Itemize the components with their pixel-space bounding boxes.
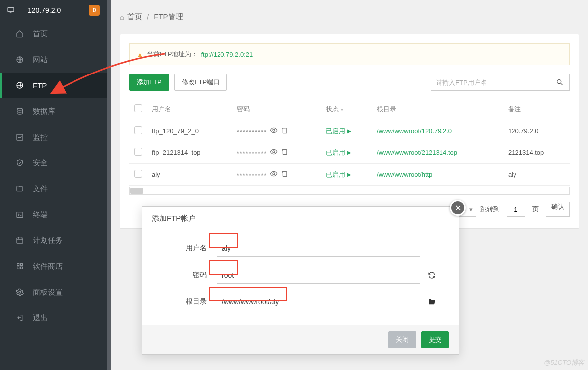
sidebar-item-label: 数据库 <box>33 107 55 116</box>
modal-title: 添加FTP帐户 <box>142 207 459 230</box>
monitor-icon <box>7 6 15 14</box>
root-dir-link[interactable]: /www/wwwroot/http <box>377 171 432 178</box>
page-go-button[interactable]: 确认 <box>546 202 570 217</box>
cell-user: aly <box>147 164 232 186</box>
sort-icon: ▾ <box>341 107 343 112</box>
svg-rect-5 <box>17 212 23 218</box>
modify-port-button[interactable]: 修改FTP端口 <box>174 74 227 91</box>
sidebar-item-terminal[interactable]: 终端 <box>0 202 107 227</box>
home-icon: ⌂ <box>120 13 124 21</box>
password-input[interactable] <box>217 267 420 284</box>
sidebar-item-files[interactable]: 文件 <box>0 176 107 202</box>
cell-user: ftp_2121314_top <box>147 142 232 164</box>
toolbar: 添加FTP 修改FTP端口 <box>129 74 570 91</box>
col-remark: 备注 <box>503 98 570 120</box>
svg-rect-8 <box>20 264 22 266</box>
database-icon <box>16 107 24 115</box>
cell-remark: aly <box>503 164 570 186</box>
rootdir-input[interactable] <box>217 294 420 310</box>
breadcrumb-home[interactable]: 首页 <box>127 12 142 22</box>
table-row: aly**********已启用▶/www/wwwroot/httpaly <box>129 164 570 186</box>
modal-close-btn[interactable]: 关闭 <box>388 331 416 348</box>
rootdir-label: 根目录 <box>162 297 207 306</box>
sidebar-item-label: 退出 <box>33 313 48 323</box>
sidebar-item-label: 计划任务 <box>33 236 63 245</box>
ftp-table: 用户名 密码 状态▾ 根目录 备注 ftp_120_79_2_0********… <box>129 98 570 186</box>
sidebar-item-label: 网站 <box>33 55 48 65</box>
add-ftp-modal: ✕ 添加FTP帐户 用户名 密码 根目录 关闭 提交 <box>142 206 459 355</box>
sidebar-item-security[interactable]: 安全 <box>0 150 107 176</box>
ftp-address-link[interactable]: ftp://120.79.2.0:21 <box>201 51 253 58</box>
sidebar-item-label: 软件商店 <box>33 262 63 271</box>
status-enabled[interactable]: 已启用▶ <box>326 148 351 157</box>
sidebar-item-label: 面板设置 <box>33 288 63 297</box>
clipboard-icon <box>281 148 288 156</box>
cell-remark: 2121314.top <box>503 142 570 164</box>
select-all-checkbox[interactable] <box>134 104 142 112</box>
status-enabled[interactable]: 已启用▶ <box>326 127 351 136</box>
clipboard-icon <box>281 127 288 134</box>
breadcrumb-current: FTP管理 <box>154 12 183 22</box>
sidebar-item-website[interactable]: 网站 <box>0 47 107 73</box>
calendar-icon <box>16 236 24 244</box>
username-input[interactable] <box>217 240 420 257</box>
sidebar-item-monitor[interactable]: 监控 <box>0 124 107 150</box>
search-button[interactable] <box>550 74 570 91</box>
browse-folder-button[interactable] <box>424 298 439 306</box>
row-checkbox[interactable] <box>134 170 142 178</box>
scrollbar-thumb[interactable] <box>130 188 143 194</box>
sidebar-item-label: 监控 <box>33 133 48 142</box>
row-checkbox[interactable] <box>134 126 142 134</box>
cell-remark: 120.79.2.0 <box>503 120 570 142</box>
row-checkbox[interactable] <box>134 148 142 156</box>
play-icon: ▶ <box>347 128 351 134</box>
jump-label: 跳转到 <box>480 205 500 214</box>
reveal-password-button[interactable] <box>270 170 278 178</box>
copy-password-button[interactable] <box>281 127 288 134</box>
sidebar-item-database[interactable]: 数据库 <box>0 98 107 124</box>
sidebar: 120.79.2.0 0 首页 网站 FTP 数据库 监控 安全 文件 终端 计… <box>0 0 107 370</box>
copy-password-button[interactable] <box>281 148 288 156</box>
alert-text: 当前FTP地址为： <box>147 50 198 59</box>
clipboard-icon <box>281 170 288 178</box>
server-ip: 120.79.2.0 <box>28 6 89 14</box>
sidebar-item-store[interactable]: 软件商店 <box>0 253 107 279</box>
sidebar-header: 120.79.2.0 0 <box>0 0 107 21</box>
modal-close-button[interactable]: ✕ <box>450 200 466 216</box>
sidebar-item-logout[interactable]: 退出 <box>0 305 107 331</box>
sidebar-scroll-gutter <box>107 0 111 370</box>
notification-badge[interactable]: 0 <box>89 5 100 16</box>
breadcrumb-separator: / <box>147 13 149 21</box>
home-icon <box>16 30 24 38</box>
chart-icon <box>16 133 24 141</box>
col-user[interactable]: 用户名 <box>147 98 232 120</box>
gear-icon <box>16 288 24 296</box>
modal-submit-btn[interactable]: 提交 <box>421 331 449 348</box>
status-enabled[interactable]: 已启用▶ <box>326 170 351 179</box>
copy-password-button[interactable] <box>281 170 288 178</box>
sidebar-item-settings[interactable]: 面板设置 <box>0 279 107 305</box>
folder-icon <box>16 185 24 193</box>
sidebar-item-home[interactable]: 首页 <box>0 21 107 47</box>
page-input[interactable] <box>507 202 525 217</box>
modal-footer: 关闭 提交 <box>142 325 459 354</box>
sidebar-item-cron[interactable]: 计划任务 <box>0 227 107 253</box>
refresh-password-button[interactable] <box>424 271 439 279</box>
panel: ▲ 当前FTP地址为： ftp://120.79.2.0:21 添加FTP 修改… <box>120 34 579 229</box>
search-input[interactable] <box>431 74 550 91</box>
horizontal-scrollbar[interactable] <box>129 187 570 195</box>
sidebar-item-label: 终端 <box>33 210 48 220</box>
col-status[interactable]: 状态▾ <box>321 98 372 120</box>
sidebar-item-ftp[interactable]: FTP <box>0 73 107 98</box>
svg-rect-7 <box>17 264 19 266</box>
reveal-password-button[interactable] <box>270 148 278 156</box>
reveal-password-button[interactable] <box>270 126 278 134</box>
cell-password: ********** <box>232 142 321 164</box>
root-dir-link[interactable]: /www/wwwroot/120.79.2.0 <box>377 127 452 135</box>
sidebar-item-label: 首页 <box>33 29 48 39</box>
cell-user: ftp_120_79_2_0 <box>147 120 232 142</box>
root-dir-link[interactable]: /www/wwwroot/2121314.top <box>377 149 457 156</box>
col-root: 根目录 <box>372 98 503 120</box>
svg-rect-18 <box>283 172 287 177</box>
add-ftp-button[interactable]: 添加FTP <box>129 74 169 91</box>
